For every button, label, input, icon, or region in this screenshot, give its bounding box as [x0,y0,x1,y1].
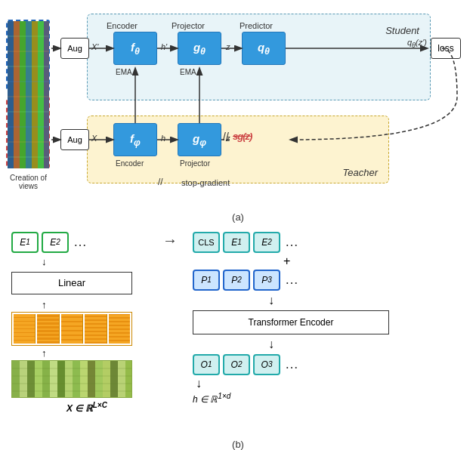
output-token-row: O1 O2 O3 … [193,354,457,375]
svg-rect-6 [38,21,44,168]
q-output-label: qθ(z') [407,38,427,49]
token-e2-left: E2 [42,232,69,253]
svg-rect-27 [12,361,20,398]
part-b-right: CLS E1 E2 … + P1 P2 P3 … ↓ Transformer E… [193,232,457,421]
svg-rect-4 [26,21,32,168]
slash-slash-label: // [158,177,163,187]
loss-box: loss [431,38,461,59]
input-image [8,21,49,168]
ema-label-2: EMA [180,68,196,76]
encoder-top-label: Encoder [107,21,138,30]
token-e1-left: E1 [11,232,39,253]
part-b-label: (b) [232,439,244,450]
svg-rect-41 [118,361,125,398]
teacher-label: Teacher [343,167,379,178]
svg-rect-30 [35,361,42,398]
svg-rect-39 [103,361,110,398]
svg-rect-38 [95,361,103,398]
token-cls: CLS [193,232,220,253]
arrow-down-output: ↓ [268,338,457,351]
ema-label-1: EMA [116,68,132,76]
svg-rect-5 [32,21,38,168]
spectrogram-grid [11,312,132,346]
pos-p1: P1 [193,270,220,291]
projector-bot-box: gφ [178,123,221,156]
sg-z-label: sg(z) [233,131,252,142]
encoder-top-box: fθ [113,32,157,65]
arrow-down-1: ↓ [42,256,162,267]
predictor-box: qθ [242,32,286,65]
encoder-bot-box: fφ [113,123,157,156]
x-label: X [91,134,97,143]
dots-output: … [285,356,298,372]
linear-box: Linear [11,272,132,294]
svg-rect-32 [50,361,57,398]
h-prime-label: h' [161,42,167,51]
projector-top-label: Projector [172,21,205,30]
part-b-left: E1 E2 … ↓ Linear ↑ ↑ [11,232,162,421]
svg-rect-33 [57,361,65,398]
part-b: E1 E2 … ↓ Linear ↑ ↑ [4,224,472,437]
z-top-label: z [226,42,230,51]
pos-p3: P3 [253,270,280,291]
aug-bot-box: Aug [60,129,89,150]
token-row-right-top: CLS E1 E2 … [193,232,457,253]
token-e1-right: E1 [223,232,250,253]
svg-rect-36 [80,361,88,398]
encoder-bot-label: Encoder [116,159,144,168]
student-label: Student [385,25,419,36]
diagram-container: Student Teacher Creation of views [0,0,476,450]
dots-pos: … [285,272,298,288]
projector-bot-label: Projector [180,159,210,168]
svg-rect-35 [73,361,80,398]
svg-rect-42 [125,361,132,398]
svg-rect-1 [8,21,14,168]
dots-right-top: … [285,234,298,250]
h-output-label: h ∈ ℝ1×d [193,392,457,405]
waveform-image [11,360,132,398]
arrow-down-transformer: ↓ [268,294,457,307]
svg-rect-40 [110,361,118,398]
plus-sign: + [283,254,457,268]
svg-rect-34 [65,361,73,398]
x-prime-label: X' [91,42,98,51]
positional-row: P1 P2 P3 … [193,270,457,291]
part-a: Student Teacher Creation of views [4,6,472,208]
svg-rect-28 [20,361,27,398]
svg-rect-2 [14,21,20,168]
svg-rect-7 [44,21,49,168]
pos-p2: P2 [223,270,250,291]
dots-left: … [73,234,87,250]
token-e2-right: E2 [253,232,280,253]
creation-label: Creation of views [4,174,53,190]
token-row-left: E1 E2 … [11,232,162,253]
svg-rect-29 [27,361,35,398]
svg-rect-37 [88,361,95,398]
part-a-label: (a) [232,211,244,223]
token-o3: O3 [253,354,280,375]
token-o1: O1 [193,354,220,375]
token-o2: O2 [223,354,250,375]
h-label: h [161,134,165,143]
arrow-down-h: ↓ [196,377,457,390]
projector-top-box: gθ [178,32,221,65]
arrow-right-main: → [162,232,178,249]
stop-gradient-label: stop-gradient [181,178,230,187]
transformer-encoder-box: Transformer Encoder [193,310,389,334]
svg-rect-31 [42,361,50,398]
aug-top-box: Aug [60,38,89,59]
predictor-top-label: Predictor [240,21,273,30]
svg-rect-3 [20,21,26,168]
arrow-up-1: ↑ [42,299,162,310]
double-slash: // [223,131,229,143]
arrow-up-2: ↑ [42,347,162,359]
x-input-label: X ∈ ℝL×C [11,401,162,414]
